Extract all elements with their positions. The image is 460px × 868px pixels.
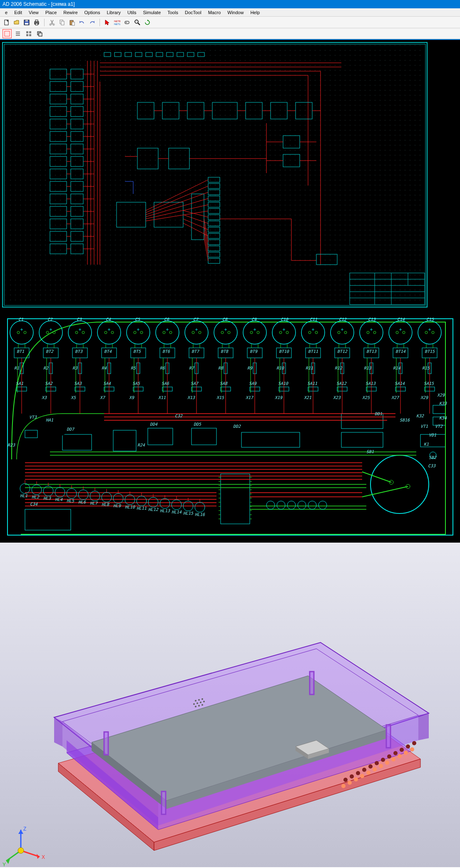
menu-library[interactable]: Library — [103, 9, 124, 16]
pcb-canvas[interactable]: C1BT1R1SA1C2BT2R2SA2C3BT3R3SA3C4BT4R4SA4… — [0, 310, 460, 543]
svg-point-354 — [331, 321, 354, 344]
schematic-canvas[interactable] — [0, 39, 460, 310]
tag-button[interactable] — [123, 18, 132, 27]
svg-point-248 — [82, 331, 85, 334]
pcb-label-X13: X13 — [187, 395, 195, 400]
pcb-label-C9: C9 — [251, 317, 256, 322]
menu-rewire[interactable]: Rewire — [60, 9, 81, 16]
title-bar: AD 2006 Schematic - [схема a1] — [0, 0, 460, 8]
menu-macro[interactable]: Macro — [205, 9, 224, 16]
undo-button[interactable] — [78, 18, 86, 27]
svg-point-416 — [102, 492, 112, 502]
pcb-label-HL12: HL12 — [148, 507, 158, 512]
pcb-label-HL9: HL9 — [113, 503, 121, 508]
grid-mode-button[interactable] — [24, 29, 33, 38]
pcb-label-BT5: BT5 — [133, 349, 141, 354]
svg-text:NET8: NET8 — [114, 20, 121, 22]
svg-rect-187 — [221, 474, 250, 524]
svg-rect-13 — [72, 22, 75, 25]
svg-rect-12 — [71, 20, 72, 21]
pcb-label-SA10: SA10 — [278, 381, 288, 386]
save-button[interactable] — [22, 18, 31, 27]
svg-point-488 — [398, 754, 402, 758]
layers-button[interactable] — [35, 29, 44, 38]
net-name-button[interactable]: NET8NET1 — [113, 18, 122, 27]
menu-view[interactable]: View — [25, 9, 42, 16]
menu-options[interactable]: Options — [81, 9, 104, 16]
pcb-label-BT11: BT11 — [308, 349, 318, 354]
select-mode-button[interactable] — [2, 29, 12, 38]
svg-point-486 — [385, 761, 389, 765]
svg-point-404 — [32, 485, 42, 495]
new-button[interactable] — [2, 18, 11, 27]
svg-point-437 — [298, 501, 306, 509]
svg-marker-447 — [54, 717, 62, 746]
pcb-label-SA13: SA13 — [366, 381, 375, 386]
svg-point-482 — [360, 774, 364, 778]
refresh-button[interactable] — [143, 18, 152, 27]
svg-point-283 — [163, 331, 165, 334]
svg-point-438 — [308, 501, 316, 509]
svg-rect-214 — [241, 432, 300, 447]
pcb-label-BT8: BT8 — [221, 349, 228, 354]
pcb-label-BT15: BT15 — [425, 349, 435, 354]
menu-place[interactable]: Place — [42, 9, 60, 16]
pcb-label-R3: R3 — [72, 366, 77, 370]
pcb-label-HL5: HL5 — [67, 498, 74, 503]
pcb-label-C1: C1 — [18, 317, 23, 322]
list-mode-button[interactable] — [13, 29, 22, 38]
select-tool-button[interactable] — [103, 18, 112, 27]
svg-rect-210 — [62, 434, 92, 450]
svg-point-479 — [341, 784, 346, 788]
menu-doctool[interactable]: DocTool — [182, 9, 205, 16]
svg-point-412 — [78, 490, 88, 500]
menu-help[interactable]: Help — [247, 9, 263, 16]
pcb-label-K32: K32 — [416, 414, 424, 418]
cut-button[interactable] — [48, 18, 56, 27]
pcb-label-C13: C13 — [368, 317, 375, 322]
svg-point-455 — [198, 699, 200, 701]
svg-point-284 — [169, 331, 172, 334]
pcb-label-SB2: SB2 — [429, 455, 436, 460]
pcb-label-C12: C12 — [339, 317, 346, 322]
print-button[interactable] — [32, 18, 41, 27]
svg-point-331 — [279, 331, 282, 334]
paste-button[interactable] — [68, 18, 76, 27]
svg-point-471 — [368, 764, 373, 769]
pcb-label-HL10: HL10 — [125, 505, 135, 509]
redo-button[interactable] — [88, 18, 96, 27]
axis-z-label: Z — [23, 826, 26, 832]
3d-view[interactable]: X Y Z — [0, 543, 460, 867]
menu-e[interactable]: e — [2, 9, 11, 16]
svg-point-379 — [396, 331, 398, 334]
svg-point-467 — [343, 778, 348, 782]
svg-point-485 — [379, 764, 383, 768]
menu-edit[interactable]: Edit — [11, 9, 25, 16]
menu-window[interactable]: Window — [224, 9, 247, 16]
menu-tools[interactable]: Tools — [164, 9, 182, 16]
svg-point-356 — [344, 331, 347, 334]
pcb-label-BT12: BT12 — [337, 349, 347, 354]
copy-button[interactable] — [58, 18, 66, 27]
zoom-button[interactable] — [133, 18, 142, 27]
svg-point-459 — [200, 702, 201, 703]
pcb-label-C6: C6 — [164, 317, 169, 322]
svg-rect-25 — [26, 31, 28, 33]
svg-marker-448 — [418, 713, 429, 740]
svg-point-18 — [135, 20, 138, 23]
pcb-label-X27: X27 — [391, 395, 399, 400]
pcb-label-SA2: SA2 — [45, 381, 52, 386]
svg-point-456 — [201, 698, 203, 700]
svg-point-484 — [373, 767, 377, 771]
pcb-label-DD4: DD4 — [150, 422, 157, 427]
menu-utils[interactable]: Utils — [124, 9, 139, 16]
svg-point-271 — [134, 331, 136, 334]
svg-rect-186 — [25, 509, 71, 530]
svg-rect-492 — [162, 791, 166, 814]
svg-point-258 — [97, 321, 121, 344]
pcb-label-K33: K33 — [439, 401, 447, 406]
pcb-label-SA15: SA15 — [424, 381, 434, 386]
svg-point-483 — [366, 771, 370, 775]
open-button[interactable] — [12, 18, 21, 27]
menu-simulate[interactable]: Simulate — [139, 9, 164, 16]
